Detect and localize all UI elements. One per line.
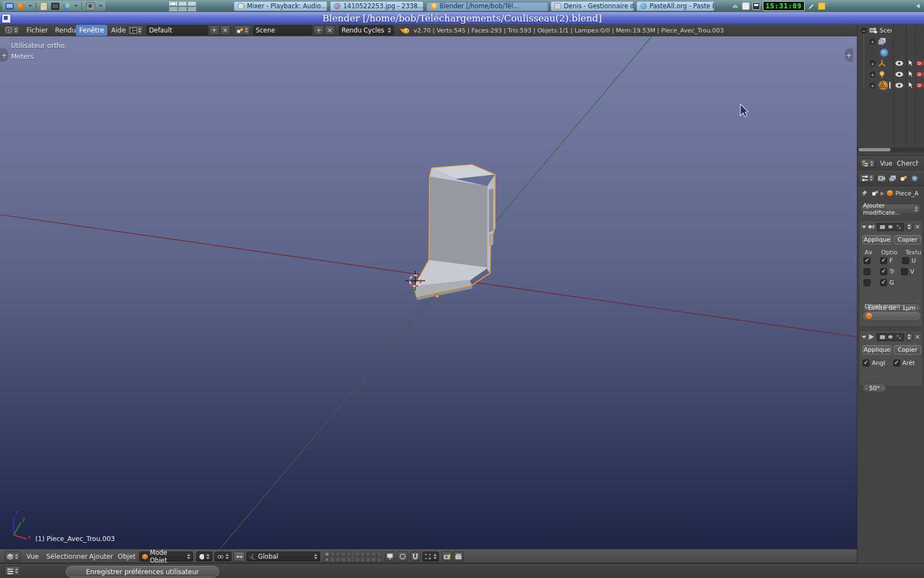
renderability-camera-icon[interactable] xyxy=(916,60,924,66)
taskbar-window-blender[interactable]: Blender [/home/bob/Tél... xyxy=(426,1,548,11)
browser-launcher-icon[interactable] xyxy=(63,3,70,10)
tab-render[interactable] xyxy=(877,173,886,183)
workspace-cell-4[interactable] xyxy=(169,7,178,12)
modifier-header[interactable]: × xyxy=(860,331,922,343)
menu-aide[interactable]: Aide xyxy=(108,25,129,36)
menu-rendu[interactable]: Rendu xyxy=(52,25,79,36)
render-opengl-anim-button[interactable] xyxy=(453,552,464,561)
delete-modifier-icon[interactable]: × xyxy=(915,223,920,231)
selectability-arrow-icon[interactable] xyxy=(908,70,914,78)
terminal-launcher-icon[interactable] xyxy=(51,3,59,10)
copy-button[interactable]: Copier xyxy=(894,235,921,244)
layer-7[interactable] xyxy=(360,552,365,557)
taskbar-window-mixer[interactable]: Mixer - Playback: Audio... xyxy=(234,1,327,11)
outliner-row-renderlayers[interactable]: + xyxy=(857,36,924,46)
layer-16[interactable] xyxy=(355,557,360,562)
area-corner-grip[interactable] xyxy=(848,38,855,46)
snap-toggle[interactable] xyxy=(410,552,420,561)
outliner-row-world[interactable] xyxy=(857,47,924,57)
collapse-icon[interactable]: − xyxy=(861,28,867,34)
screen-layout-field[interactable]: Default xyxy=(146,25,208,35)
lock-to-scene-toggle[interactable] xyxy=(385,552,395,561)
sharp-edges-checkbox[interactable] xyxy=(893,359,900,367)
layer-10[interactable] xyxy=(377,552,382,557)
apply-button[interactable]: Applique xyxy=(862,345,892,355)
taskbar-window-pasteall[interactable]: PasteAll.org - Paste Ble... xyxy=(636,1,714,11)
layer-4[interactable] xyxy=(341,552,346,557)
display-launcher-icon[interactable] xyxy=(6,3,14,10)
panel-collapse-icon[interactable] xyxy=(862,336,866,339)
area-corner-grip[interactable] xyxy=(2,38,9,46)
manipulator-toggle[interactable] xyxy=(234,552,245,561)
mode-select[interactable]: Mode Objet xyxy=(139,552,193,561)
edge-angle-checkbox[interactable] xyxy=(862,359,870,367)
scene-crumb-icon[interactable] xyxy=(871,190,879,197)
tray-app-icon[interactable] xyxy=(732,2,739,10)
layer-12[interactable] xyxy=(330,557,335,562)
clip-checkbox[interactable] xyxy=(880,268,887,275)
layer-9[interactable] xyxy=(371,552,376,557)
workspace-cell-3[interactable] xyxy=(188,1,196,6)
snap-element-select[interactable] xyxy=(422,552,439,561)
layer-15[interactable] xyxy=(346,557,351,562)
save-user-preferences-button[interactable]: Enregistrer préférences utilisateur xyxy=(66,566,219,577)
renderability-camera-icon[interactable] xyxy=(916,82,924,88)
layer-3[interactable] xyxy=(336,552,340,557)
layer-19[interactable] xyxy=(371,557,376,562)
mirror-object-field[interactable] xyxy=(862,311,921,321)
viewport-shading-select[interactable] xyxy=(196,552,212,561)
workspace-cell-6[interactable] xyxy=(188,7,196,12)
layer-17[interactable] xyxy=(360,557,365,562)
tray-clock[interactable]: 15:31:09 xyxy=(763,1,805,11)
apply-button[interactable]: Applique xyxy=(862,235,892,244)
expand-icon[interactable]: + xyxy=(870,39,876,45)
layer-13[interactable] xyxy=(336,557,340,562)
modifier-move-widget[interactable] xyxy=(906,332,913,341)
workspace-cell-2[interactable] xyxy=(178,1,187,6)
outliner-h-scrollbar[interactable] xyxy=(857,148,924,152)
launcher-caret-icon[interactable] xyxy=(74,5,78,7)
menu-fichier[interactable]: Fichier xyxy=(23,25,51,36)
modifier-name-field[interactable] xyxy=(877,223,904,231)
launcher-caret-icon[interactable] xyxy=(29,5,32,7)
render-engine-select[interactable]: Rendu Cycles xyxy=(339,25,394,35)
workspace-cell-5[interactable] xyxy=(178,7,187,12)
viewport-3d[interactable]: Utilisateur ortho. Meters (1) Piece_Avec… xyxy=(0,36,857,549)
outliner-row-lamp[interactable]: + xyxy=(857,69,924,79)
taskbar-window-image[interactable]: 1410522253.jpg - 2338... xyxy=(330,1,424,11)
outliner-menu-vue[interactable]: Vue xyxy=(880,160,892,167)
expand-icon[interactable]: + xyxy=(870,72,876,78)
editor-type-selector[interactable] xyxy=(4,566,20,576)
toolshelf-expand-tab[interactable]: + xyxy=(0,48,8,62)
delete-modifier-icon[interactable]: × xyxy=(915,333,920,341)
vgroup-checkbox[interactable] xyxy=(880,279,887,286)
menu-fenetre[interactable]: Fenêtre xyxy=(76,25,107,36)
add-modifier-select[interactable]: Ajouter modificate... xyxy=(860,204,921,214)
outliner-row-empty[interactable]: + xyxy=(857,58,924,68)
selectability-arrow-icon[interactable] xyxy=(908,59,914,67)
modifier-name-field[interactable] xyxy=(877,333,904,341)
modifier-header[interactable]: × xyxy=(860,221,922,233)
visibility-eye-icon[interactable] xyxy=(895,83,904,88)
renderability-camera-icon[interactable] xyxy=(916,71,924,77)
panel-collapse-icon[interactable] xyxy=(862,226,866,228)
selectability-arrow-icon[interactable] xyxy=(908,81,914,89)
tray-display-icon[interactable] xyxy=(742,2,750,10)
taskbar-collapse-arrow-icon[interactable] xyxy=(915,3,921,9)
texture-u-checkbox[interactable] xyxy=(902,257,909,264)
copy-button[interactable]: Copier xyxy=(894,345,921,355)
editor-type-selector[interactable] xyxy=(860,159,876,168)
delete-layout-button[interactable]: × xyxy=(220,25,230,35)
visibility-eye-icon[interactable] xyxy=(895,61,904,66)
launcher-caret-icon[interactable] xyxy=(99,5,102,7)
screenshot-launcher-icon[interactable] xyxy=(86,2,95,10)
axis-y-checkbox[interactable] xyxy=(864,268,871,275)
tab-world[interactable] xyxy=(910,173,919,183)
layer-2[interactable] xyxy=(330,552,335,557)
menu-selectionner[interactable]: Sélectionner xyxy=(43,551,91,562)
texture-v-checkbox[interactable] xyxy=(901,268,908,275)
layer-11[interactable] xyxy=(324,557,329,562)
object-crumb-cube-icon[interactable] xyxy=(887,190,893,197)
tab-render-layers[interactable] xyxy=(888,173,897,183)
transform-orientation-select[interactable]: Global xyxy=(246,552,320,561)
